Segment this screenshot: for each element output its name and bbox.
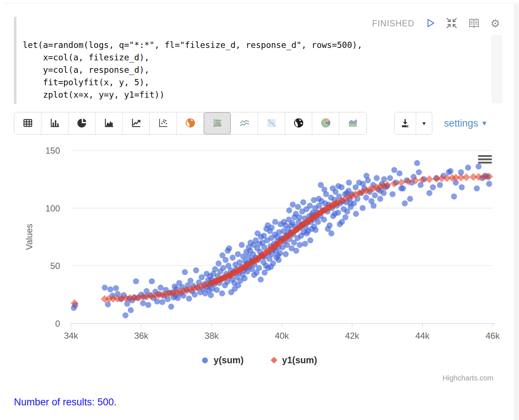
chart-type-group [14,112,367,135]
bubble-chart-button[interactable] [204,112,231,134]
chart-legend: y(sum) y1(sum) [0,355,519,365]
scatter-plot[interactable]: 34k36k38k40k42k44k46k050100150Values [0,143,519,388]
color-pie-chart-button[interactable] [312,112,339,134]
download-button[interactable] [395,112,416,134]
orange-globe-icon [185,117,196,130]
compress-arrows-icon [446,17,458,30]
code-editor[interactable]: let(a=random(logs, q="*:*", fl="filesize… [23,39,362,101]
legend-label: y1(sum) [282,355,317,365]
svg-text:Values: Values [24,224,34,250]
multi-line-chart-icon [239,117,250,130]
legend-circle-marker [202,357,208,363]
download-icon [400,118,410,129]
color-area-icon [347,117,358,130]
legend-diamond-marker [270,357,277,363]
table-chart-button[interactable] [14,112,41,134]
paragraph-top-border [4,3,519,3]
line-chart-button[interactable] [123,112,150,134]
svg-text:100: 100 [45,203,60,213]
black-globe-icon [293,117,304,130]
settings-label: settings [444,118,478,129]
bar-chart-icon [49,117,60,130]
paragraph-status: FINISHED [372,19,414,29]
results-count: Number of results: 500. [14,397,117,408]
caret-down-icon: ▾ [422,120,426,127]
paragraph-settings-button[interactable]: ⚙︎ [490,17,500,30]
multi-line-chart-button[interactable] [231,112,258,134]
highcharts-credits[interactable]: Highcharts.com [443,374,493,382]
bar-chart-button[interactable] [41,112,68,134]
area-chart-icon [104,117,115,130]
svg-text:0: 0 [55,319,60,329]
svg-text:40k: 40k [275,331,290,341]
output-toolbar: ▾ settings ▼ [14,112,488,135]
svg-text:50: 50 [50,261,60,271]
scatter-chart-icon [158,117,169,130]
gear-icon: ⚙︎ [490,18,500,29]
bubble-chart-icon [212,117,223,130]
legend-label: y(sum) [214,355,244,365]
open-book-icon [468,17,480,30]
play-icon [425,18,436,30]
line-chart-icon [131,117,142,130]
legend-item-y1[interactable]: y1(sum) [272,355,317,365]
svg-text:34k: 34k [64,331,79,341]
paragraph-side-bar [14,17,16,104]
editor-scrollbar[interactable] [491,35,502,103]
chart-container[interactable]: 34k36k38k40k42k44k46k050100150Values y(s… [0,143,519,388]
download-options-button[interactable]: ▾ [416,112,432,134]
heatmap-chart-button[interactable] [258,112,285,134]
toolbar-right-tools: ▾ settings ▼ [394,112,488,135]
area-chart-button[interactable] [96,112,123,134]
svg-text:42k: 42k [345,331,360,341]
table-icon [22,117,33,130]
shrink-button[interactable] [446,17,458,30]
pie-chart-button[interactable] [68,112,96,134]
svg-text:46k: 46k [486,331,500,341]
download-group: ▾ [394,112,432,135]
color-area-chart-button[interactable] [339,112,366,134]
globe-chart-button[interactable] [285,112,312,134]
heatmap-icon [266,117,277,130]
svg-text:44k: 44k [415,331,430,341]
pie-chart-icon [76,117,87,130]
map-chart-button[interactable] [177,112,204,134]
svg-text:36k: 36k [134,331,149,341]
scatter-chart-button[interactable] [150,112,177,134]
chart-context-menu-button[interactable] [478,155,492,165]
show-output-button[interactable] [468,17,480,30]
svg-text:38k: 38k [205,331,219,341]
settings-link[interactable]: settings ▼ [444,118,488,129]
color-pie-icon [320,117,331,130]
settings-caret-icon: ▼ [481,120,488,127]
legend-item-y[interactable]: y(sum) [202,355,244,365]
svg-text:150: 150 [45,146,60,155]
hamburger-icon [478,155,492,157]
run-button[interactable] [425,17,436,30]
paragraph-header: FINISHED ⚙︎ [0,16,500,31]
